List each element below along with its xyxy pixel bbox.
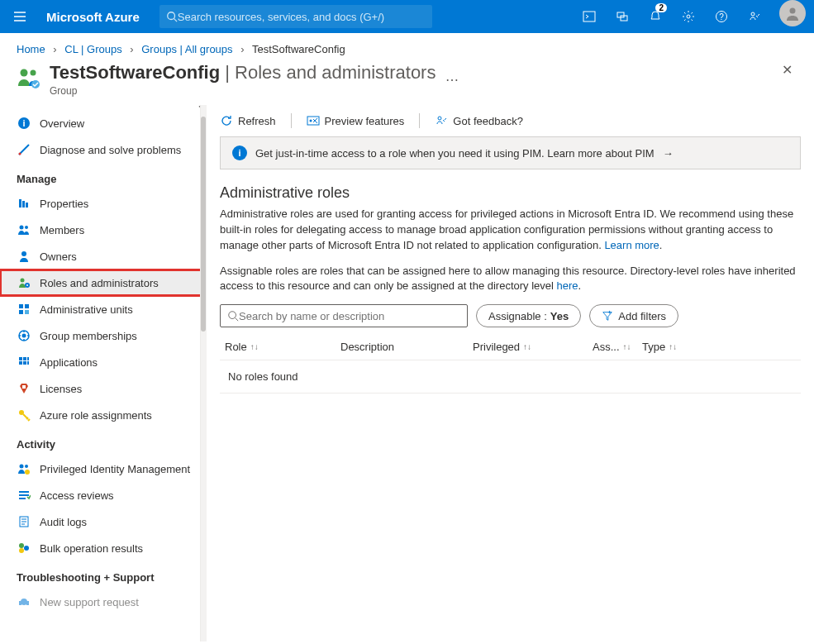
feedback-button[interactable]: Got feedback? [435,114,523,127]
svg-text:i: i [22,118,25,128]
global-search[interactable] [159,5,432,28]
breadcrumb-item[interactable]: Home [17,43,45,55]
breadcrumb: Home › CL | Groups › Groups | All groups… [0,33,814,62]
svg-point-16 [25,226,28,229]
sidebar-item-pim[interactable]: Privileged Identity Management [0,456,207,482]
sidebar-item-bulk-ops[interactable]: Bulk operation results [0,535,207,561]
help-icon[interactable]: ? [705,0,738,33]
sort-icon: ↑↓ [623,342,631,351]
svg-point-26 [22,334,26,338]
sidebar-item-label: Diagnose and solve problems [40,144,181,156]
feedback-icon[interactable] [738,0,771,33]
refresh-icon [220,114,233,127]
menu-icon[interactable] [0,0,40,33]
svg-point-47 [438,117,441,120]
sidebar-item-label: Access reviews [40,489,114,502]
search-icon [166,11,178,22]
roles-icon [17,275,31,290]
role-search[interactable] [220,304,468,327]
sidebar-item-label: New support request [40,596,139,608]
chevron-right-icon: › [130,43,133,55]
table-empty-message: No roles found [220,360,801,394]
sidebar-item-audit-logs[interactable]: Audit logs [0,508,207,535]
divider [419,113,420,128]
global-search-input[interactable] [178,11,426,23]
col-role[interactable]: Role↑↓ [225,341,340,353]
sidebar-item-label: Roles and administrators [40,277,159,289]
more-icon[interactable]: ⋯ [445,72,459,88]
sort-icon: ↑↓ [250,342,259,351]
breadcrumb-item[interactable]: Groups | All groups [141,43,232,55]
sidebar-item-licenses[interactable]: Licenses [0,375,207,402]
filter-bar: Assignable : Yes Add filters [220,304,801,327]
notifications-icon[interactable]: 2 [639,0,672,33]
owners-icon [17,249,31,264]
sidebar-item-admin-units[interactable]: Administrative units [0,296,207,322]
svg-rect-43 [19,601,21,605]
sidebar-item-label: Administrative units [40,303,133,316]
svg-rect-33 [22,385,26,389]
svg-point-14 [19,153,21,155]
sidebar-item-roles-admins[interactable]: Roles and administrators [0,270,207,296]
brand-label[interactable]: Microsoft Azure [40,10,153,24]
chevron-right-icon: › [240,43,244,55]
here-link[interactable]: here [557,279,578,292]
svg-point-20 [26,284,28,286]
pim-info-banner[interactable]: i Get just-in-time access to a role when… [220,136,801,169]
topbar-icons: 2 ? [573,0,814,33]
sidebar-item-support-request[interactable]: New support request [0,589,207,615]
chevron-right-icon: › [53,43,56,55]
scrollbar-thumb[interactable] [201,117,206,332]
section-description-2: Assignable roles are roles that can be a… [220,264,801,295]
access-reviews-icon [17,488,31,503]
bulk-ops-icon [17,541,31,556]
role-search-input[interactable] [239,310,460,322]
settings-icon[interactable] [672,0,705,33]
refresh-button[interactable]: Refresh [220,114,276,127]
breadcrumb-item[interactable]: CL | Groups [64,43,121,55]
user-avatar[interactable] [779,0,806,26]
svg-rect-32 [27,361,29,365]
assignable-filter[interactable]: Assignable : Yes [476,304,581,327]
section-heading: Administrative roles [220,184,801,202]
sidebar-item-owners[interactable]: Owners [0,243,207,270]
cloud-shell-icon[interactable] [573,0,606,33]
sidebar-item-label: Overview [40,117,84,130]
svg-rect-27 [19,357,22,360]
directories-icon[interactable] [606,0,639,33]
close-icon[interactable]: ✕ [782,62,797,78]
sidebar-item-azure-role-assignments[interactable]: Azure role assignments [0,402,207,428]
banner-text: Get just-in-time access to a role when y… [255,147,655,160]
preview-icon [307,114,320,127]
sidebar-item-applications[interactable]: Applications [0,349,207,375]
sidebar-item-overview[interactable]: i Overview [0,110,207,136]
svg-rect-31 [23,361,26,365]
filter-icon [602,310,613,322]
sidebar-item-properties[interactable]: Properties [0,190,207,217]
sidebar-item-diagnose[interactable]: Diagnose and solve problems [0,136,207,163]
sidebar-item-group-memberships[interactable]: Group memberships [0,322,207,349]
sidebar-section-support: Troubleshooting + Support [0,561,207,589]
notification-badge: 2 [655,3,667,12]
table-header: Role↑↓ Description Privileged↑↓ Ass...↑↓… [220,334,801,360]
preview-features-button[interactable]: Preview features [307,114,405,127]
sort-icon: ↑↓ [523,342,531,351]
sidebar-scrollbar[interactable] [200,105,207,642]
add-filters-button[interactable]: Add filters [589,304,678,327]
learn-more-link[interactable]: Learn more [604,239,659,251]
svg-point-39 [19,543,24,548]
svg-point-0 [168,12,175,20]
svg-rect-44 [26,601,29,605]
info-icon: i [17,116,31,131]
col-type[interactable]: Type↑↓ [642,341,741,353]
svg-rect-21 [19,304,23,308]
sidebar-item-members[interactable]: Members [0,217,207,243]
sort-icon: ↑↓ [669,342,677,351]
col-assignments[interactable]: Ass...↑↓ [593,341,642,353]
col-description[interactable]: Description [340,341,473,353]
svg-point-35 [20,465,24,469]
col-privileged[interactable]: Privileged↑↓ [473,341,593,353]
properties-icon [17,196,31,211]
sidebar-item-access-reviews[interactable]: Access reviews [0,482,207,508]
svg-point-15 [20,226,24,230]
